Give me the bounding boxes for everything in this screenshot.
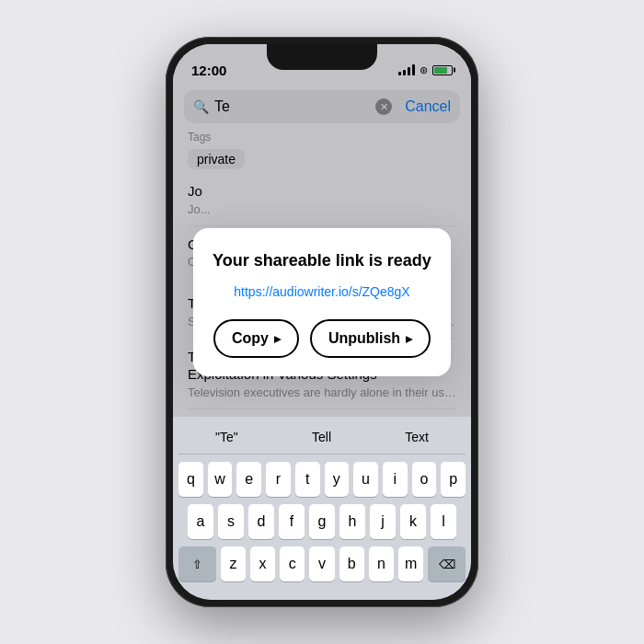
key-delete[interactable]: ⌫ [428,546,466,581]
key-k[interactable]: k [400,504,426,539]
copy-button[interactable]: Copy ▸ [213,319,299,358]
copy-arrow-icon: ▸ [274,331,281,346]
keyboard-row-3: ⇧ z x c v b n m ⌫ [178,546,466,581]
key-b[interactable]: b [339,546,364,581]
modal-title: Your shareable link is ready [212,250,432,271]
phone-frame: 12:00 ⊛ 🔍 Te ✕ Cancel [166,37,478,607]
key-d[interactable]: d [248,504,274,539]
keyboard-suggestions: "Te" Tell Text [178,424,466,454]
key-z[interactable]: z [221,546,246,581]
key-p[interactable]: p [441,462,466,497]
key-h[interactable]: h [339,504,365,539]
key-i[interactable]: i [383,462,408,497]
key-r[interactable]: r [266,462,291,497]
suggestion-text[interactable]: Text [397,428,436,446]
key-g[interactable]: g [309,504,335,539]
key-j[interactable]: j [370,504,396,539]
suggestion-tell[interactable]: Tell [305,428,339,446]
key-shift[interactable]: ⇧ [178,546,216,581]
keyboard-row-1: q w e r t y u i o p [178,462,466,497]
key-m[interactable]: m [398,546,423,581]
key-l[interactable]: l [431,504,456,539]
key-s[interactable]: s [218,504,244,539]
key-n[interactable]: n [369,546,394,581]
key-q[interactable]: q [178,462,203,497]
phone-screen: 12:00 ⊛ 🔍 Te ✕ Cancel [173,44,471,600]
keyboard-row-2: a s d f g h j k l [178,504,466,539]
share-modal: Your shareable link is ready https://aud… [193,228,451,376]
modal-buttons: Copy ▸ Unpublish ▸ [212,319,432,358]
key-y[interactable]: y [325,462,350,497]
key-v[interactable]: v [309,546,334,581]
modal-link[interactable]: https://audiowriter.io/s/ZQe8gX [212,284,432,299]
key-t[interactable]: t [295,462,320,497]
unpublish-button[interactable]: Unpublish ▸ [310,319,431,358]
suggestion-te[interactable]: "Te" [208,428,246,446]
key-e[interactable]: e [236,462,261,497]
key-o[interactable]: o [412,462,437,497]
key-u[interactable]: u [353,462,378,497]
keyboard: "Te" Tell Text q w e r t y u i o p a s d… [173,417,471,600]
key-c[interactable]: c [280,546,305,581]
key-x[interactable]: x [250,546,275,581]
key-f[interactable]: f [279,504,305,539]
key-a[interactable]: a [188,504,213,539]
unpublish-arrow-icon: ▸ [406,331,412,346]
key-w[interactable]: w [208,462,233,497]
